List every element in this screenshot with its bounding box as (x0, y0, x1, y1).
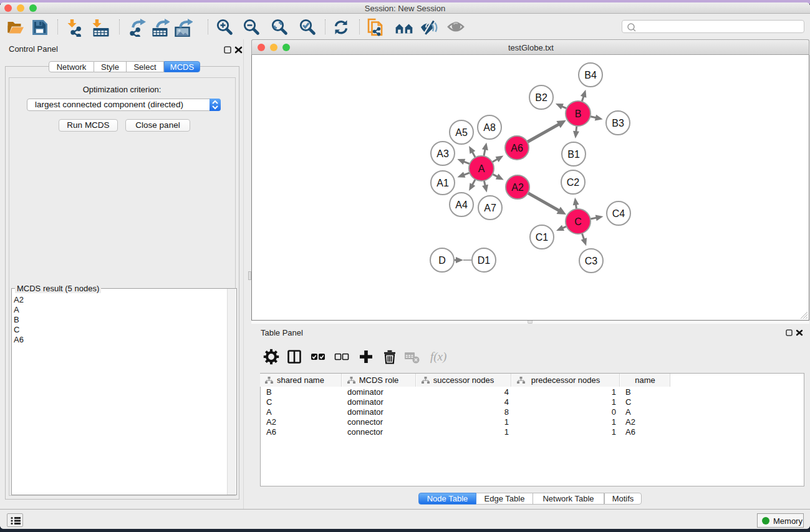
svg-text:A6: A6 (511, 143, 523, 153)
svg-text:C: C (574, 216, 582, 227)
svg-text:A7: A7 (484, 203, 496, 213)
svg-text:A5: A5 (455, 127, 468, 138)
svg-text:A1: A1 (436, 178, 449, 188)
svg-text:f(x): f(x) (430, 350, 446, 364)
svg-text:C4: C4 (612, 208, 625, 219)
svg-text:A4: A4 (455, 200, 468, 210)
svg-text:A8: A8 (483, 122, 496, 133)
svg-text:A2: A2 (511, 182, 524, 193)
svg-text:C2: C2 (567, 177, 580, 188)
svg-text:B: B (575, 109, 582, 119)
svg-text:C3: C3 (585, 256, 598, 266)
svg-text:D1: D1 (478, 255, 491, 266)
svg-text:A: A (478, 163, 485, 174)
svg-text:B2: B2 (535, 92, 547, 103)
svg-text:D: D (438, 255, 446, 266)
svg-text:A3: A3 (436, 148, 449, 159)
svg-text:B4: B4 (584, 70, 597, 80)
svg-text:B3: B3 (612, 118, 624, 128)
svg-text:B1: B1 (567, 149, 580, 160)
svg-text:C1: C1 (536, 232, 549, 243)
